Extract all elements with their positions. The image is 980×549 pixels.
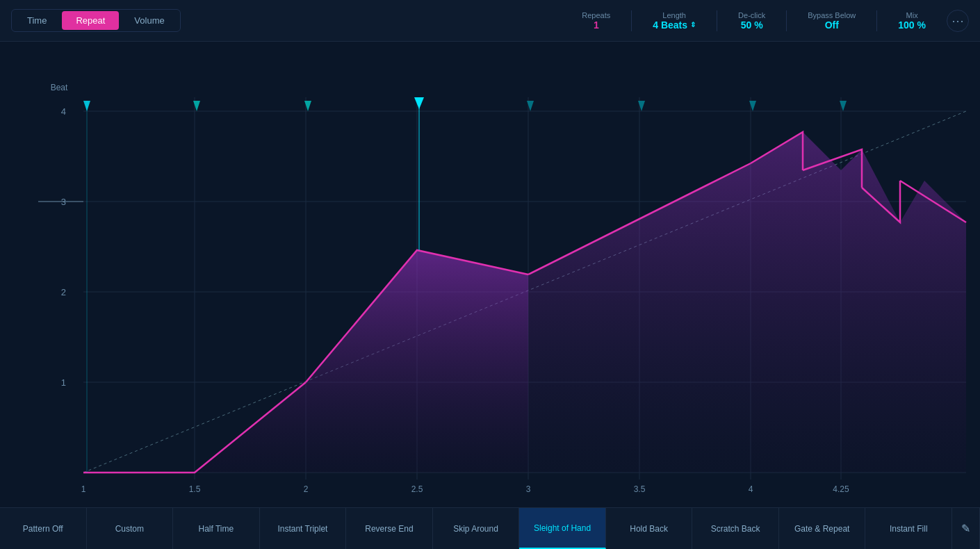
mix-control: Mix 100 % xyxy=(898,11,926,31)
length-arrows-icon: ⇕ xyxy=(690,21,696,28)
svg-text:4: 4 xyxy=(61,106,66,117)
tab-group: Time Repeat Volume xyxy=(11,9,181,32)
btn-sleight-of-hand[interactable]: Sleight of Hand xyxy=(519,508,606,549)
svg-text:3: 3 xyxy=(526,484,531,494)
length-value[interactable]: 4 Beats ⇕ xyxy=(653,19,696,31)
tab-repeat[interactable]: Repeat xyxy=(62,11,119,30)
svg-text:2.5: 2.5 xyxy=(411,484,423,494)
btn-instant-triplet[interactable]: Instant Triplet xyxy=(260,508,347,549)
btn-custom[interactable]: Custom xyxy=(87,508,174,549)
svg-text:1: 1 xyxy=(81,484,86,494)
btn-reverse-end[interactable]: Reverse End xyxy=(346,508,433,549)
repeats-value[interactable]: 1 xyxy=(594,19,599,31)
svg-text:4.25: 4.25 xyxy=(833,484,849,494)
btn-skip-around[interactable]: Skip Around xyxy=(433,508,520,549)
svg-text:3.5: 3.5 xyxy=(634,484,646,494)
header-controls: Repeats 1 Length 4 Beats ⇕ De-click 50 %… xyxy=(582,10,969,32)
repeats-control: Repeats 1 xyxy=(582,11,610,31)
btn-pattern-off[interactable]: Pattern Off xyxy=(0,508,87,549)
svg-text:2: 2 xyxy=(304,484,309,494)
length-control: Length 4 Beats ⇕ xyxy=(653,11,696,31)
mix-label: Mix xyxy=(906,11,918,19)
divider-2 xyxy=(717,10,717,31)
btn-scratch-back[interactable]: Scratch Back xyxy=(692,508,779,549)
repeats-label: Repeats xyxy=(582,11,610,19)
svg-text:1.5: 1.5 xyxy=(189,484,201,494)
svg-text:Beat: Beat xyxy=(51,83,68,92)
mix-value[interactable]: 100 % xyxy=(898,19,926,31)
edit-button[interactable]: ✎ xyxy=(952,508,980,549)
chart-svg: 4 3 2 1 Beat 1 1.5 2 2.5 3 3.5 4 4.25 xyxy=(0,42,980,507)
bypass-label: Bypass Below xyxy=(808,11,856,19)
tab-volume[interactable]: Volume xyxy=(120,11,178,30)
declick-label: De-click xyxy=(738,11,765,19)
bypass-control: Bypass Below Off xyxy=(808,11,856,31)
more-button[interactable]: ⋯ xyxy=(947,10,969,32)
declick-value[interactable]: 50 % xyxy=(741,19,763,31)
svg-text:1: 1 xyxy=(61,377,66,388)
svg-text:4: 4 xyxy=(749,484,753,494)
bottom-bar: Pattern Off Custom Half Time Instant Tri… xyxy=(0,507,980,549)
chart-area: 4 3 2 1 Beat 1 1.5 2 2.5 3 3.5 4 4.25 xyxy=(0,42,980,507)
tab-time[interactable]: Time xyxy=(13,11,60,30)
bypass-value[interactable]: Off xyxy=(825,19,839,31)
divider-3 xyxy=(786,10,787,31)
svg-text:2: 2 xyxy=(61,287,66,297)
btn-gate-repeat[interactable]: Gate & Repeat xyxy=(779,508,866,549)
divider-4 xyxy=(876,10,877,31)
divider-1 xyxy=(631,10,632,31)
declick-control: De-click 50 % xyxy=(738,11,765,31)
btn-half-time[interactable]: Half Time xyxy=(173,508,260,549)
svg-marker-29 xyxy=(751,132,966,473)
btn-instant-fill[interactable]: Instant Fill xyxy=(865,508,952,549)
app-container: Time Repeat Volume Repeats 1 Length 4 Be… xyxy=(0,0,980,549)
btn-hold-back[interactable]: Hold Back xyxy=(606,508,693,549)
header: Time Repeat Volume Repeats 1 Length 4 Be… xyxy=(0,0,980,42)
length-label: Length xyxy=(662,11,686,19)
